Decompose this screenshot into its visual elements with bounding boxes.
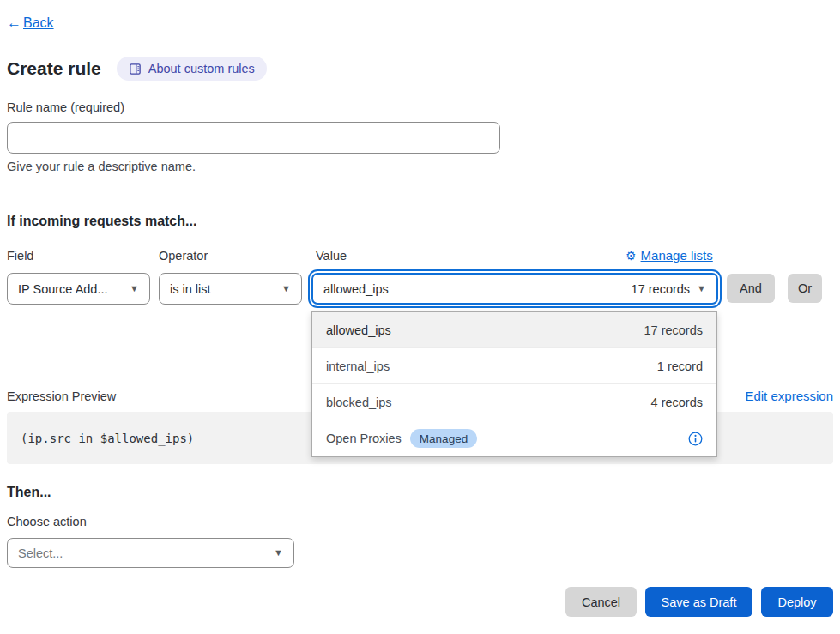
title-row: Create rule About custom rules xyxy=(7,57,267,81)
book-icon xyxy=(129,63,142,75)
list-record-count: 1 record xyxy=(657,359,703,373)
managed-badge: Managed xyxy=(410,429,477,448)
value-select-record-count: 17 records xyxy=(632,282,691,296)
rule-name-helper: Give your rule a descriptive name. xyxy=(7,160,196,173)
value-dropdown-panel: allowed_ips 17 records internal_ips 1 re… xyxy=(311,311,717,457)
deploy-button[interactable]: Deploy xyxy=(761,587,833,617)
operator-column-label: Operator xyxy=(159,249,208,263)
match-section-heading: If incoming requests match... xyxy=(7,214,196,229)
about-custom-rules-link[interactable]: About custom rules xyxy=(117,57,267,81)
manage-lists-label: Manage lists xyxy=(641,248,713,263)
value-select[interactable]: allowed_ips 17 records ▼ xyxy=(311,273,718,305)
value-column-label: Value xyxy=(316,249,347,263)
list-name: Open Proxies xyxy=(326,432,402,445)
back-arrow-icon: ← xyxy=(7,15,21,32)
page-title: Create rule xyxy=(7,58,101,79)
field-select[interactable]: IP Source Add... ▼ xyxy=(7,273,150,305)
choose-action-placeholder: Select... xyxy=(18,546,63,560)
field-column-label: Field xyxy=(7,249,33,263)
caret-down-icon: ▼ xyxy=(281,284,291,293)
choose-action-select[interactable]: Select... ▼ xyxy=(7,538,294,568)
manage-lists-link[interactable]: ⚙ Manage lists xyxy=(625,248,713,263)
list-name: allowed_ips xyxy=(326,323,391,337)
cancel-button[interactable]: Cancel xyxy=(565,587,637,617)
save-as-draft-button[interactable]: Save as Draft xyxy=(645,587,752,617)
dropdown-item-open-proxies[interactable]: Open Proxies Managed xyxy=(312,420,716,456)
create-rule-page: ←Back Create rule About custom rules Rul… xyxy=(0,0,840,634)
gear-icon: ⚙ xyxy=(625,249,637,263)
list-name: internal_ips xyxy=(326,359,390,373)
info-icon[interactable] xyxy=(688,432,703,446)
and-button[interactable]: And xyxy=(727,274,775,303)
dropdown-item-blocked-ips[interactable]: blocked_ips 4 records xyxy=(312,384,716,420)
caret-down-icon: ▼ xyxy=(697,284,706,293)
edit-expression-label: Edit expression xyxy=(745,389,833,403)
section-divider xyxy=(0,196,833,196)
about-custom-rules-label: About custom rules xyxy=(148,62,255,75)
operator-select[interactable]: is in list ▼ xyxy=(159,273,302,305)
list-name: blocked_ips xyxy=(326,395,392,409)
back-link-label: Back xyxy=(23,15,54,31)
back-link[interactable]: ←Back xyxy=(7,15,54,32)
then-section-heading: Then... xyxy=(7,485,51,500)
list-record-count: 17 records xyxy=(644,323,703,337)
caret-down-icon: ▼ xyxy=(130,284,139,293)
expression-preview-label: Expression Preview xyxy=(7,389,116,403)
or-button[interactable]: Or xyxy=(788,274,822,303)
list-record-count: 4 records xyxy=(651,395,703,409)
dropdown-item-internal-ips[interactable]: internal_ips 1 record xyxy=(312,348,716,384)
choose-action-label: Choose action xyxy=(7,515,87,528)
dropdown-item-allowed-ips[interactable]: allowed_ips 17 records xyxy=(312,312,716,348)
rule-name-label: Rule name (required) xyxy=(7,100,124,114)
rule-name-input[interactable] xyxy=(7,122,500,154)
caret-down-icon: ▼ xyxy=(274,548,283,558)
value-select-value: allowed_ips xyxy=(323,282,389,296)
edit-expression-link[interactable]: Edit expression xyxy=(745,389,833,403)
expression-code: (ip.src in $allowed_ips) xyxy=(21,432,194,445)
field-select-value: IP Source Add... xyxy=(18,282,108,296)
operator-select-value: is in list xyxy=(170,282,211,296)
